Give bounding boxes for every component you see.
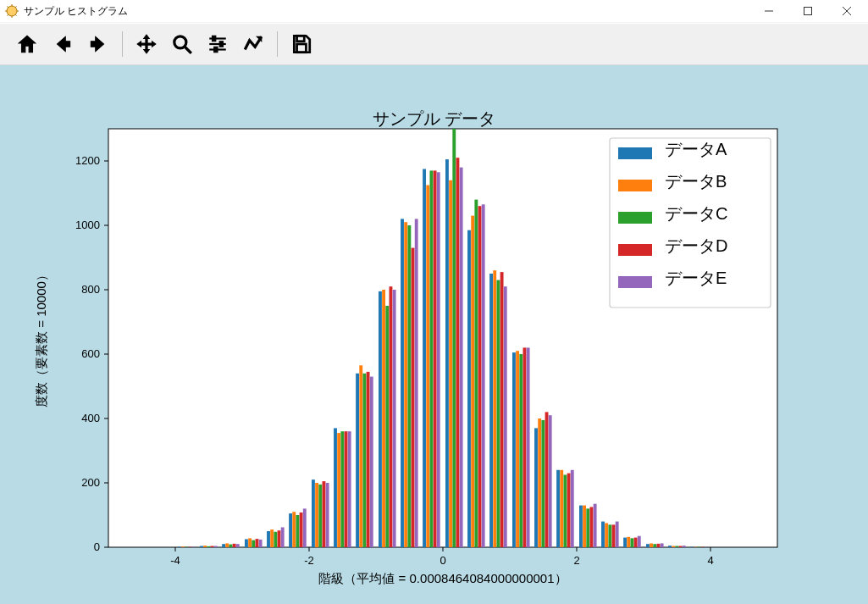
svg-rect-130 bbox=[590, 507, 594, 548]
svg-rect-105 bbox=[563, 475, 567, 548]
svg-rect-116 bbox=[278, 530, 281, 547]
svg-text:2: 2 bbox=[573, 554, 579, 567]
app-icon bbox=[5, 4, 19, 18]
edit-axis-button[interactable] bbox=[240, 30, 267, 58]
save-button[interactable] bbox=[288, 30, 315, 58]
minimize-button[interactable] bbox=[749, 0, 788, 22]
svg-rect-54 bbox=[489, 274, 493, 547]
svg-rect-2 bbox=[804, 8, 812, 15]
x-axis-label: 階級（平均値 = 0.0008464084000000001） bbox=[318, 571, 567, 585]
svg-rect-75 bbox=[426, 186, 429, 548]
svg-line-6 bbox=[185, 47, 191, 53]
toolbar bbox=[0, 23, 868, 65]
svg-rect-110 bbox=[675, 546, 678, 547]
svg-rect-152 bbox=[549, 415, 552, 547]
svg-text:-4: -4 bbox=[170, 554, 180, 567]
svg-rect-109 bbox=[653, 544, 656, 547]
svg-rect-157 bbox=[661, 543, 664, 547]
pan-button[interactable] bbox=[133, 30, 160, 58]
svg-rect-165 bbox=[618, 212, 652, 224]
svg-rect-42 bbox=[222, 544, 225, 547]
forward-button[interactable] bbox=[85, 30, 112, 58]
svg-rect-120 bbox=[367, 372, 370, 547]
svg-rect-142 bbox=[326, 483, 329, 547]
svg-rect-155 bbox=[616, 522, 619, 547]
home-button[interactable] bbox=[14, 30, 41, 58]
svg-rect-58 bbox=[579, 506, 583, 547]
svg-rect-124 bbox=[456, 158, 460, 547]
svg-rect-52 bbox=[445, 159, 449, 547]
svg-rect-59 bbox=[601, 522, 605, 547]
svg-rect-123 bbox=[434, 170, 437, 547]
svg-rect-161 bbox=[618, 147, 652, 159]
svg-rect-93 bbox=[296, 515, 299, 547]
svg-rect-53 bbox=[467, 230, 471, 547]
svg-rect-97 bbox=[385, 306, 389, 547]
svg-rect-153 bbox=[571, 470, 574, 547]
svg-rect-169 bbox=[618, 276, 652, 288]
svg-rect-132 bbox=[634, 538, 638, 547]
svg-rect-90 bbox=[229, 545, 232, 547]
svg-rect-127 bbox=[523, 347, 527, 547]
svg-rect-122 bbox=[412, 248, 415, 547]
svg-rect-65 bbox=[203, 546, 207, 547]
svg-rect-96 bbox=[362, 374, 366, 547]
svg-text:データC: データC bbox=[665, 204, 727, 223]
svg-rect-51 bbox=[423, 169, 426, 548]
svg-rect-55 bbox=[512, 352, 516, 547]
svg-rect-99 bbox=[429, 170, 433, 547]
svg-rect-117 bbox=[300, 513, 303, 547]
plot-figure: サンプル データ -4-2024 020040060080010001200 階… bbox=[0, 65, 868, 604]
svg-rect-76 bbox=[449, 180, 452, 547]
svg-text:4: 4 bbox=[707, 554, 713, 567]
svg-rect-89 bbox=[207, 546, 210, 547]
svg-rect-79 bbox=[516, 351, 519, 547]
back-button[interactable] bbox=[49, 30, 76, 58]
svg-rect-147 bbox=[437, 172, 440, 547]
svg-rect-48 bbox=[356, 374, 359, 547]
svg-rect-14 bbox=[297, 44, 307, 53]
svg-rect-107 bbox=[608, 524, 611, 547]
svg-rect-154 bbox=[594, 504, 597, 547]
svg-rect-163 bbox=[618, 180, 652, 191]
svg-rect-61 bbox=[646, 544, 650, 547]
svg-rect-67 bbox=[248, 538, 252, 547]
svg-rect-45 bbox=[289, 513, 292, 547]
window-title: サンプル ヒストグラム bbox=[24, 4, 128, 19]
svg-text:データE: データE bbox=[665, 269, 727, 287]
svg-text:600: 600 bbox=[81, 347, 100, 360]
zoom-button[interactable] bbox=[169, 30, 196, 58]
svg-rect-138 bbox=[236, 544, 240, 547]
close-button[interactable] bbox=[827, 0, 866, 22]
svg-rect-100 bbox=[452, 129, 456, 547]
svg-text:0: 0 bbox=[94, 540, 100, 553]
svg-text:400: 400 bbox=[81, 412, 100, 424]
svg-rect-125 bbox=[478, 206, 482, 547]
svg-rect-121 bbox=[390, 286, 393, 547]
svg-rect-72 bbox=[359, 365, 362, 547]
svg-text:データB: データB bbox=[665, 172, 727, 191]
svg-rect-12 bbox=[214, 47, 218, 53]
svg-rect-50 bbox=[401, 219, 404, 547]
svg-rect-156 bbox=[638, 536, 641, 547]
svg-rect-114 bbox=[233, 544, 236, 547]
svg-rect-145 bbox=[393, 290, 396, 547]
y-axis-ticks: 020040060080010001200 bbox=[75, 154, 108, 553]
svg-rect-10 bbox=[219, 42, 223, 47]
svg-text:データA: データA bbox=[665, 140, 727, 158]
svg-rect-133 bbox=[657, 544, 661, 547]
svg-rect-103 bbox=[519, 354, 522, 547]
maximize-button[interactable] bbox=[788, 0, 827, 22]
configure-subplots-button[interactable] bbox=[204, 30, 231, 58]
svg-rect-115 bbox=[256, 539, 259, 547]
svg-rect-47 bbox=[334, 428, 337, 547]
svg-rect-101 bbox=[474, 200, 478, 547]
svg-rect-78 bbox=[493, 270, 496, 547]
svg-rect-141 bbox=[303, 508, 307, 547]
svg-rect-126 bbox=[500, 272, 504, 547]
svg-rect-13 bbox=[297, 36, 305, 42]
svg-rect-84 bbox=[627, 537, 630, 547]
svg-rect-113 bbox=[211, 546, 214, 547]
svg-rect-139 bbox=[259, 540, 263, 547]
svg-rect-83 bbox=[605, 524, 608, 548]
